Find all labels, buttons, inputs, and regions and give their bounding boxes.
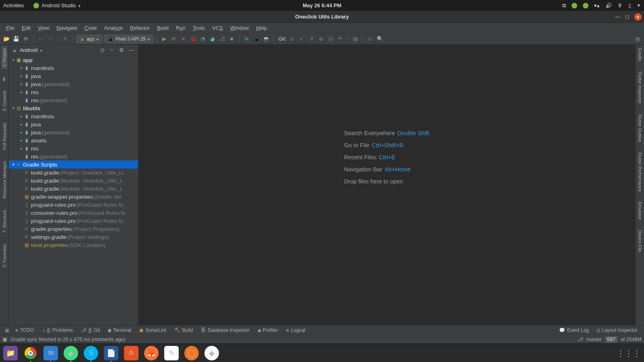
- os-active-app[interactable]: Android Studio: [33, 2, 80, 8]
- os-clock[interactable]: May 26 6:44 PM: [303, 2, 341, 8]
- dock-app[interactable]: ◆: [204, 346, 219, 360]
- back-icon[interactable]: ←: [37, 35, 45, 43]
- apply-changes-icon[interactable]: ⟳: [170, 35, 178, 43]
- run-icon[interactable]: ▶: [160, 35, 168, 43]
- chevron-down-icon[interactable]: [40, 47, 42, 53]
- menu-file[interactable]: File: [2, 24, 18, 32]
- git-history-icon[interactable]: ⊕: [317, 35, 325, 43]
- status-icon[interactable]: ▣: [2, 336, 7, 342]
- tool-tab-flutter-performance[interactable]: Flutter Performance: [638, 151, 642, 193]
- tree-file[interactable]: ⛭settings.gradle(Project Settings): [9, 233, 138, 241]
- tree-module-libutils[interactable]: ▾▥libutils: [9, 104, 138, 112]
- save-icon[interactable]: 💾: [12, 35, 20, 43]
- window-close-button[interactable]: ×: [634, 13, 642, 21]
- tool-tab-layout-inspector[interactable]: ◫Layout Inspector: [593, 327, 642, 333]
- tree-folder[interactable]: ▸▮res: [9, 144, 138, 152]
- tree-folder[interactable]: ▮res(generated): [9, 152, 138, 160]
- dock-app-grid-button[interactable]: ⋮⋮⋮: [617, 348, 641, 358]
- git-push-icon[interactable]: ↗: [308, 35, 316, 43]
- tool-tab-favorites[interactable]: 2: Favorites: [2, 242, 7, 269]
- git-branch-name[interactable]: master: [586, 337, 602, 342]
- tree-file[interactable]: ▦gradle-wrapper.properties(Gradle Ver: [9, 193, 138, 201]
- tree-folder[interactable]: ▸▮manifests: [9, 64, 138, 72]
- tool-window-quick-access-icon[interactable]: ▣: [2, 327, 11, 333]
- dock-thunderbird[interactable]: ✉: [43, 346, 58, 360]
- dropbox-icon[interactable]: ⧉: [562, 2, 566, 9]
- tree-folder[interactable]: ▸▮assets: [9, 136, 138, 144]
- menu-window[interactable]: Window: [227, 24, 252, 32]
- tree-file[interactable]: ⛭build.gradle(Module: Oneclick_Utils_L: [9, 177, 138, 185]
- volume-icon[interactable]: 🔊: [605, 2, 612, 8]
- sync-icon[interactable]: ⟳: [22, 35, 30, 43]
- collapse-icon[interactable]: ÷: [108, 47, 116, 54]
- menu-refactor[interactable]: Refactor: [126, 24, 153, 32]
- search-everywhere-icon[interactable]: 🔍: [376, 35, 384, 43]
- avd-manager-icon[interactable]: 📱: [252, 35, 260, 43]
- tool-tab-flutter-outline[interactable]: Flutter Outline: [638, 113, 642, 144]
- menu-help[interactable]: Help: [252, 24, 270, 32]
- tool-tab-event-log[interactable]: 💬Event Log: [555, 327, 593, 333]
- tree-file[interactable]: ▦local.properties(SDK Location): [9, 241, 138, 249]
- mic-icon[interactable]: 🎙: [617, 2, 623, 8]
- tool-tab-structure[interactable]: 7: Structure: [2, 208, 7, 235]
- memory-used[interactable]: 597: [605, 336, 617, 343]
- target-icon[interactable]: ⊙: [99, 47, 106, 54]
- tree-file[interactable]: ⛭build.gradle(Project: Oneclick_Utils_Li: [9, 169, 138, 177]
- tool-tab-todo[interactable]: ≡TODO: [11, 325, 38, 335]
- tree-file[interactable]: ▯consumer-rules.pro(ProGuard Rules fo: [9, 209, 138, 217]
- menu-tools[interactable]: Tools: [189, 24, 208, 32]
- menu-code[interactable]: Code: [81, 24, 101, 32]
- tree-file[interactable]: ⛭gradle.properties(Project Properties): [9, 225, 138, 233]
- debug-icon[interactable]: 🐞: [189, 35, 197, 43]
- dock-files[interactable]: 📁: [3, 346, 18, 360]
- tool-tab-sonarlint[interactable]: ◉SonarLint: [135, 325, 170, 335]
- project-tree[interactable]: ▾▣app ▸▮manifests ▸▮java ▸▮java(generate…: [9, 56, 138, 325]
- dock-firefox[interactable]: 🦊: [144, 346, 159, 360]
- tree-folder[interactable]: ▸▮java(generated): [9, 80, 138, 88]
- tool-tab-git[interactable]: ⎇9: Git: [77, 325, 104, 335]
- tool-tab-logcat[interactable]: ≡Logcat: [282, 325, 310, 335]
- tool-tab-build[interactable]: 🔨Build: [170, 325, 197, 335]
- sync-gradle-icon[interactable]: ⇆: [243, 35, 251, 43]
- dock-skype[interactable]: S: [84, 346, 98, 360]
- menu-navigate[interactable]: Navigate: [53, 24, 80, 32]
- tree-file[interactable]: ▯proguard-rules.pro(ProGuard Rules fo: [9, 217, 138, 225]
- dock-text-editor[interactable]: ✎: [164, 346, 179, 360]
- dock-ubuntu-software[interactable]: A: [124, 346, 138, 360]
- dock-document[interactable]: 📄: [104, 346, 118, 360]
- menu-analyze[interactable]: Analyze: [101, 24, 126, 32]
- window-minimize-button[interactable]: —: [615, 14, 620, 20]
- profile-icon[interactable]: ◕: [208, 35, 217, 43]
- device-selector[interactable]: 📱 Pixel 3 API 29: [104, 35, 153, 43]
- tree-folder[interactable]: ▮res(generated): [9, 96, 138, 104]
- project-structure-icon[interactable]: ▤: [351, 35, 359, 43]
- settings-icon[interactable]: ⚙: [118, 47, 125, 54]
- menu-vcs[interactable]: VCS: [208, 24, 227, 32]
- git-rollback-icon[interactable]: ↶: [336, 35, 345, 43]
- coverage-icon[interactable]: ◔: [199, 35, 207, 43]
- tool-tab-project[interactable]: 1: Project: [2, 46, 7, 69]
- dock-postman[interactable]: ◯: [184, 346, 199, 360]
- tool-tab-resource-manager[interactable]: Resource Manager: [2, 159, 7, 201]
- dock-android-studio[interactable]: ◆: [64, 346, 78, 360]
- make-project-icon[interactable]: ↖: [61, 35, 69, 43]
- apply-code-icon[interactable]: ≡: [180, 35, 188, 43]
- tool-tab-profiler[interactable]: ◕Profiler: [254, 325, 282, 335]
- dock-chrome[interactable]: [23, 346, 38, 360]
- menu-view[interactable]: View: [34, 24, 53, 32]
- tool-tab-flutter-inspector[interactable]: Flutter Inspector: [638, 70, 642, 105]
- tool-tab-database-inspector[interactable]: 🗄Database Inspector: [197, 325, 254, 335]
- git-clock-icon[interactable]: ◷: [327, 35, 335, 43]
- editor-empty-state[interactable]: Search EverywhereDouble Shift Go to File…: [138, 45, 635, 325]
- battery-icon[interactable]: ▯: [628, 2, 631, 8]
- tree-gradle-scripts[interactable]: ▾⛭Gradle Scripts: [9, 160, 138, 169]
- forward-icon[interactable]: →: [46, 35, 54, 43]
- tree-folder[interactable]: ▸▮java: [9, 120, 138, 128]
- tool-tab-problems[interactable]: ⚠6: Problems: [38, 325, 77, 335]
- tree-folder[interactable]: ▸▮java(generated): [9, 128, 138, 136]
- sdk-manager-icon[interactable]: ⬒: [262, 35, 270, 43]
- tree-file[interactable]: ⛭build.gradle(Module: Oneclick_Utils_L: [9, 185, 138, 193]
- chevron-down-icon[interactable]: ▼: [637, 3, 641, 8]
- os-tray[interactable]: ⧉ ▾▴ 🔊 🎙 ▯ ▼: [562, 2, 641, 9]
- attach-debugger-icon[interactable]: ⎇: [218, 35, 226, 43]
